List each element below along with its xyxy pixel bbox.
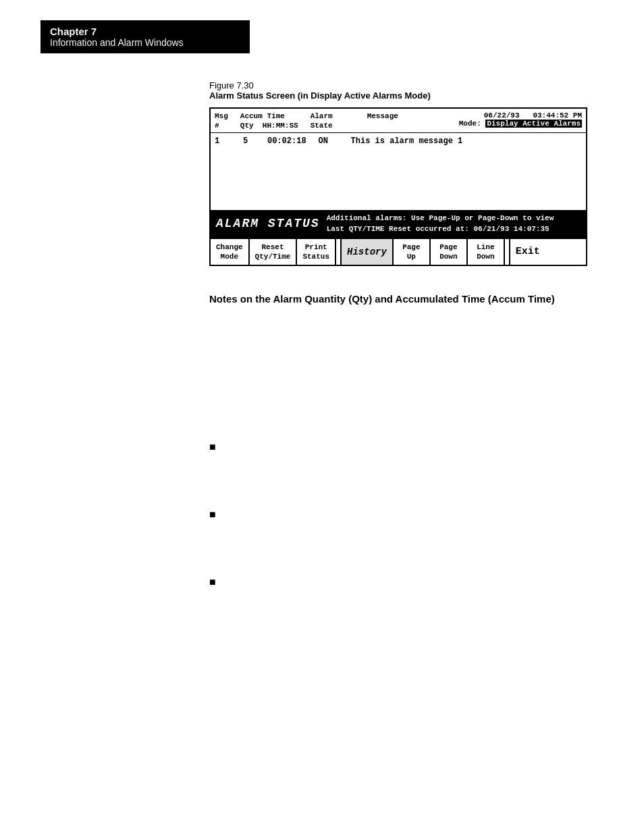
alarm-state: ON: [319, 136, 339, 146]
notes-heading: Notes on the Alarm Quantity (Qty) and Ac…: [209, 293, 587, 305]
notes-section: Notes on the Alarm Quantity (Qty) and Ac…: [209, 293, 614, 305]
exit-button[interactable]: Exit: [510, 239, 545, 265]
change-mode-button[interactable]: ChangeMode: [211, 239, 250, 265]
bullet-section: ■ ■ ■: [209, 440, 614, 588]
alarm-screen-header: Msg # Accum Time Qty HH:MM:SS Alarm Stat…: [211, 109, 586, 133]
alarm-status-info-line2: Last QTY/TIME Reset occurred at: 06/21/9…: [327, 224, 554, 235]
alarm-status-info-line1: Additional alarms: Use Page-Up or Page-D…: [327, 213, 554, 224]
history-button[interactable]: History: [342, 239, 394, 265]
reset-qty-button[interactable]: ResetQty/Time: [250, 239, 298, 265]
alarm-data-row: 1 5 00:02:18 ON This is alarm message 1: [211, 133, 586, 149]
mode-value: Display Active Alarms: [485, 120, 582, 128]
button-spacer: [336, 239, 342, 265]
alarm-msg-num: 1: [215, 136, 231, 146]
alarm-time: 03:44:52 PM: [533, 111, 582, 120]
print-status-button[interactable]: PrintStatus: [297, 239, 336, 265]
main-content: Figure 7.30 Alarm Status Screen (in Disp…: [209, 80, 614, 588]
col-message: Message: [345, 111, 398, 131]
figure-caption: Figure 7.30 Alarm Status Screen (in Disp…: [209, 80, 614, 101]
bullet-item-3: ■: [209, 575, 614, 588]
page-up-button[interactable]: PageUp: [394, 239, 431, 265]
bullet-icon-3: ■: [209, 576, 216, 588]
chapter-title: Information and Alarm Windows: [50, 37, 240, 48]
mode-label: Mode:: [459, 120, 481, 128]
alarm-status-info: Additional alarms: Use Page-Up or Page-D…: [327, 213, 554, 235]
alarm-accum-time: 00:02:18: [267, 136, 306, 146]
col-accum-qty: Accum Time Qty HH:MM:SS: [240, 111, 298, 131]
bullet-item-1: ■: [209, 440, 614, 453]
bullet-item-2: ■: [209, 507, 614, 521]
bullet-icon-2: ■: [209, 509, 216, 521]
alarm-message: This is alarm message 1: [351, 136, 582, 146]
button-spacer2: [505, 239, 510, 265]
chapter-label: Chapter 7: [50, 26, 240, 37]
alarm-empty-area: [211, 149, 586, 210]
alarm-status-title: ALARM STATUS: [216, 217, 320, 230]
page-down-button[interactable]: PageDown: [431, 239, 468, 265]
figure-title: Alarm Status Screen (in Display Active A…: [209, 90, 614, 101]
alarm-button-bar: ChangeMode ResetQty/Time PrintStatus His…: [211, 238, 586, 265]
alarm-screen: Msg # Accum Time Qty HH:MM:SS Alarm Stat…: [209, 107, 587, 266]
alarm-date: 06/22/93: [484, 111, 520, 120]
alarm-datetime: 06/22/93 03:44:52 PM Mode: Display Activ…: [459, 111, 582, 128]
col-msg: Msg #: [215, 111, 228, 131]
bullet-icon-1: ■: [209, 441, 216, 453]
col-alarm-state: Alarm State: [311, 111, 333, 131]
line-down-button[interactable]: LineDown: [468, 239, 505, 265]
alarm-columns: Msg # Accum Time Qty HH:MM:SS Alarm Stat…: [215, 111, 398, 131]
alarm-status-bar: ALARM STATUS Additional alarms: Use Page…: [211, 210, 586, 238]
figure-number: Figure 7.30: [209, 80, 614, 90]
alarm-qty: 5: [243, 136, 255, 146]
chapter-header: Chapter 7 Information and Alarm Windows: [41, 20, 250, 53]
